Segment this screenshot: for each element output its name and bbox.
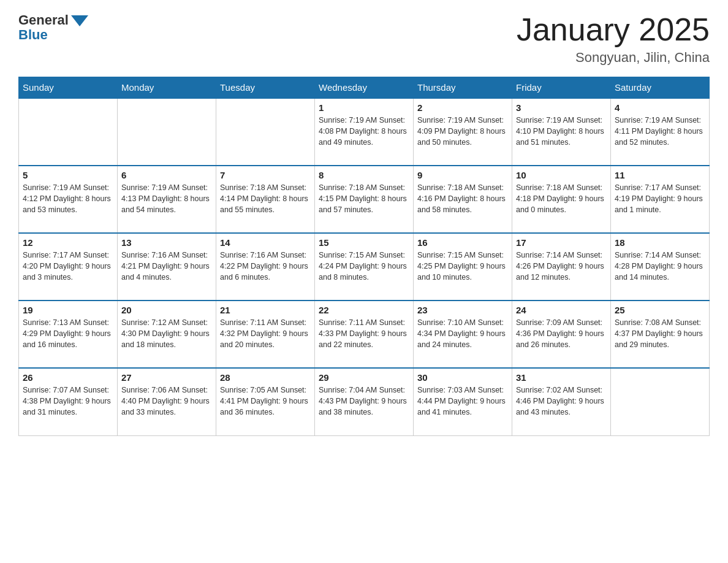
day-number: 22 <box>319 305 409 315</box>
day-info: Sunrise: 7:05 AM Sunset: 4:41 PM Dayligh… <box>220 385 311 418</box>
day-info: Sunrise: 7:19 AM Sunset: 4:10 PM Dayligh… <box>516 115 607 148</box>
day-info: Sunrise: 7:08 AM Sunset: 4:37 PM Dayligh… <box>615 317 705 350</box>
day-number: 23 <box>417 305 508 315</box>
week-row-2: 5Sunrise: 7:19 AM Sunset: 4:12 PM Daylig… <box>19 166 710 233</box>
day-number: 15 <box>319 237 409 248</box>
title-block: January 2025 Songyuan, Jilin, China <box>517 12 710 66</box>
day-cell: 18Sunrise: 7:14 AM Sunset: 4:28 PM Dayli… <box>611 233 710 301</box>
day-info: Sunrise: 7:14 AM Sunset: 4:28 PM Dayligh… <box>615 250 705 283</box>
day-info: Sunrise: 7:11 AM Sunset: 4:32 PM Dayligh… <box>220 317 311 350</box>
day-cell: 22Sunrise: 7:11 AM Sunset: 4:33 PM Dayli… <box>315 301 414 368</box>
day-cell: 26Sunrise: 7:07 AM Sunset: 4:38 PM Dayli… <box>19 368 118 435</box>
logo-general-text: General <box>18 12 69 28</box>
logo: General Blue <box>18 12 88 43</box>
day-info: Sunrise: 7:04 AM Sunset: 4:43 PM Dayligh… <box>319 385 409 418</box>
day-info: Sunrise: 7:18 AM Sunset: 4:16 PM Dayligh… <box>417 182 508 215</box>
day-cell: 21Sunrise: 7:11 AM Sunset: 4:32 PM Dayli… <box>216 301 315 368</box>
day-cell: 30Sunrise: 7:03 AM Sunset: 4:44 PM Dayli… <box>414 368 512 435</box>
day-cell: 10Sunrise: 7:18 AM Sunset: 4:18 PM Dayli… <box>512 166 611 233</box>
day-cell: 17Sunrise: 7:14 AM Sunset: 4:26 PM Dayli… <box>512 233 611 301</box>
week-row-5: 26Sunrise: 7:07 AM Sunset: 4:38 PM Dayli… <box>19 368 710 435</box>
day-info: Sunrise: 7:18 AM Sunset: 4:15 PM Dayligh… <box>319 182 409 215</box>
day-cell: 12Sunrise: 7:17 AM Sunset: 4:20 PM Dayli… <box>19 233 118 301</box>
day-info: Sunrise: 7:02 AM Sunset: 4:46 PM Dayligh… <box>516 385 607 418</box>
calendar-body: 1Sunrise: 7:19 AM Sunset: 4:08 PM Daylig… <box>19 98 710 435</box>
day-cell: 13Sunrise: 7:16 AM Sunset: 4:21 PM Dayli… <box>118 233 216 301</box>
day-info: Sunrise: 7:11 AM Sunset: 4:33 PM Dayligh… <box>319 317 409 350</box>
day-number: 1 <box>319 102 409 113</box>
day-info: Sunrise: 7:07 AM Sunset: 4:38 PM Dayligh… <box>23 385 113 418</box>
day-cell: 20Sunrise: 7:12 AM Sunset: 4:30 PM Dayli… <box>118 301 216 368</box>
day-cell: 4Sunrise: 7:19 AM Sunset: 4:11 PM Daylig… <box>611 98 710 166</box>
day-number: 4 <box>615 102 705 113</box>
day-number: 24 <box>516 305 607 315</box>
day-info: Sunrise: 7:19 AM Sunset: 4:12 PM Dayligh… <box>23 182 113 215</box>
day-number: 12 <box>23 237 113 248</box>
day-info: Sunrise: 7:19 AM Sunset: 4:13 PM Dayligh… <box>121 182 212 215</box>
day-cell: 25Sunrise: 7:08 AM Sunset: 4:37 PM Dayli… <box>611 301 710 368</box>
day-info: Sunrise: 7:14 AM Sunset: 4:26 PM Dayligh… <box>516 250 607 283</box>
header-row: SundayMondayTuesdayWednesdayThursdayFrid… <box>19 77 710 99</box>
header-cell-thursday: Thursday <box>414 77 512 99</box>
day-number: 13 <box>121 237 212 248</box>
day-cell: 5Sunrise: 7:19 AM Sunset: 4:12 PM Daylig… <box>19 166 118 233</box>
day-cell <box>611 368 710 435</box>
day-number: 16 <box>417 237 508 248</box>
day-info: Sunrise: 7:15 AM Sunset: 4:25 PM Dayligh… <box>417 250 508 283</box>
day-info: Sunrise: 7:19 AM Sunset: 4:11 PM Dayligh… <box>615 115 705 148</box>
header-cell-friday: Friday <box>512 77 611 99</box>
day-info: Sunrise: 7:12 AM Sunset: 4:30 PM Dayligh… <box>121 317 212 350</box>
day-cell: 6Sunrise: 7:19 AM Sunset: 4:13 PM Daylig… <box>118 166 216 233</box>
day-cell: 24Sunrise: 7:09 AM Sunset: 4:36 PM Dayli… <box>512 301 611 368</box>
day-cell: 15Sunrise: 7:15 AM Sunset: 4:24 PM Dayli… <box>315 233 414 301</box>
calendar-subtitle: Songyuan, Jilin, China <box>517 50 710 66</box>
week-row-3: 12Sunrise: 7:17 AM Sunset: 4:20 PM Dayli… <box>19 233 710 301</box>
calendar-header: SundayMondayTuesdayWednesdayThursdayFrid… <box>19 77 710 99</box>
day-cell: 3Sunrise: 7:19 AM Sunset: 4:10 PM Daylig… <box>512 98 611 166</box>
header-cell-tuesday: Tuesday <box>216 77 315 99</box>
logo-blue-text: Blue <box>18 27 48 43</box>
day-number: 5 <box>23 170 113 180</box>
header-cell-saturday: Saturday <box>611 77 710 99</box>
day-info: Sunrise: 7:17 AM Sunset: 4:19 PM Dayligh… <box>615 182 705 215</box>
day-info: Sunrise: 7:06 AM Sunset: 4:40 PM Dayligh… <box>121 385 212 418</box>
day-cell: 11Sunrise: 7:17 AM Sunset: 4:19 PM Dayli… <box>611 166 710 233</box>
day-cell <box>118 98 216 166</box>
day-info: Sunrise: 7:13 AM Sunset: 4:29 PM Dayligh… <box>23 317 113 350</box>
day-number: 21 <box>220 305 311 315</box>
day-info: Sunrise: 7:16 AM Sunset: 4:22 PM Dayligh… <box>220 250 311 283</box>
day-cell: 19Sunrise: 7:13 AM Sunset: 4:29 PM Dayli… <box>19 301 118 368</box>
day-number: 2 <box>417 102 508 113</box>
day-number: 30 <box>417 372 508 383</box>
day-info: Sunrise: 7:18 AM Sunset: 4:18 PM Dayligh… <box>516 182 607 215</box>
day-number: 18 <box>615 237 705 248</box>
day-number: 3 <box>516 102 607 113</box>
day-cell: 8Sunrise: 7:18 AM Sunset: 4:15 PM Daylig… <box>315 166 414 233</box>
day-number: 10 <box>516 170 607 180</box>
day-info: Sunrise: 7:15 AM Sunset: 4:24 PM Dayligh… <box>319 250 409 283</box>
day-number: 29 <box>319 372 409 383</box>
day-info: Sunrise: 7:09 AM Sunset: 4:36 PM Dayligh… <box>516 317 607 350</box>
day-cell: 29Sunrise: 7:04 AM Sunset: 4:43 PM Dayli… <box>315 368 414 435</box>
day-number: 9 <box>417 170 508 180</box>
calendar-title: January 2025 <box>517 12 710 47</box>
day-info: Sunrise: 7:19 AM Sunset: 4:08 PM Dayligh… <box>319 115 409 148</box>
day-info: Sunrise: 7:10 AM Sunset: 4:34 PM Dayligh… <box>417 317 508 350</box>
day-cell: 2Sunrise: 7:19 AM Sunset: 4:09 PM Daylig… <box>414 98 512 166</box>
day-number: 17 <box>516 237 607 248</box>
day-number: 20 <box>121 305 212 315</box>
logo-triangle-icon <box>71 15 88 26</box>
day-number: 11 <box>615 170 705 180</box>
day-number: 8 <box>319 170 409 180</box>
day-number: 19 <box>23 305 113 315</box>
day-number: 27 <box>121 372 212 383</box>
week-row-4: 19Sunrise: 7:13 AM Sunset: 4:29 PM Dayli… <box>19 301 710 368</box>
header-cell-wednesday: Wednesday <box>315 77 414 99</box>
day-cell: 31Sunrise: 7:02 AM Sunset: 4:46 PM Dayli… <box>512 368 611 435</box>
day-info: Sunrise: 7:19 AM Sunset: 4:09 PM Dayligh… <box>417 115 508 148</box>
day-cell: 27Sunrise: 7:06 AM Sunset: 4:40 PM Dayli… <box>118 368 216 435</box>
day-info: Sunrise: 7:03 AM Sunset: 4:44 PM Dayligh… <box>417 385 508 418</box>
day-cell: 1Sunrise: 7:19 AM Sunset: 4:08 PM Daylig… <box>315 98 414 166</box>
day-cell <box>19 98 118 166</box>
day-cell: 14Sunrise: 7:16 AM Sunset: 4:22 PM Dayli… <box>216 233 315 301</box>
